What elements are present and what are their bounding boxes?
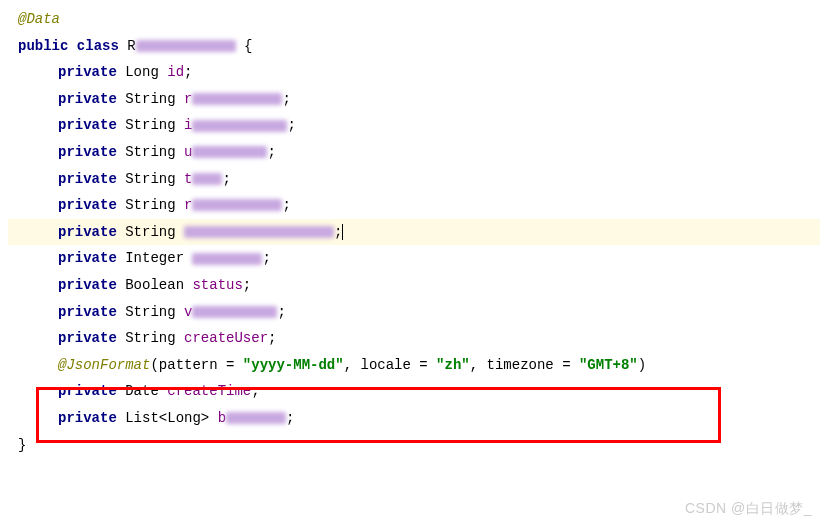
code-line-highlighted: private String ; <box>8 219 820 246</box>
code-line: public class R { <box>8 33 820 60</box>
code-line-jsonformat: @JsonFormat(pattern = "yyyy-MM-dd", loca… <box>8 352 820 379</box>
code-line: private String r; <box>8 192 820 219</box>
code-line: private Date createTime; <box>8 378 820 405</box>
code-line: private String createUser; <box>8 325 820 352</box>
code-line: private Boolean status; <box>8 272 820 299</box>
annotation-data: @Data <box>18 11 60 27</box>
code-line: private String t; <box>8 166 820 193</box>
code-line: private String r; <box>8 86 820 113</box>
code-line: private Integer ; <box>8 245 820 272</box>
code-line: private String i; <box>8 112 820 139</box>
code-line: @Data <box>8 6 820 33</box>
code-line: private Long id; <box>8 59 820 86</box>
code-line: private String u; <box>8 139 820 166</box>
code-line: private String v; <box>8 299 820 326</box>
text-caret <box>342 224 343 240</box>
code-line: private List<Long> b; <box>8 405 820 432</box>
code-line: } <box>8 432 820 459</box>
watermark: CSDN @白日做梦_ <box>685 495 812 522</box>
